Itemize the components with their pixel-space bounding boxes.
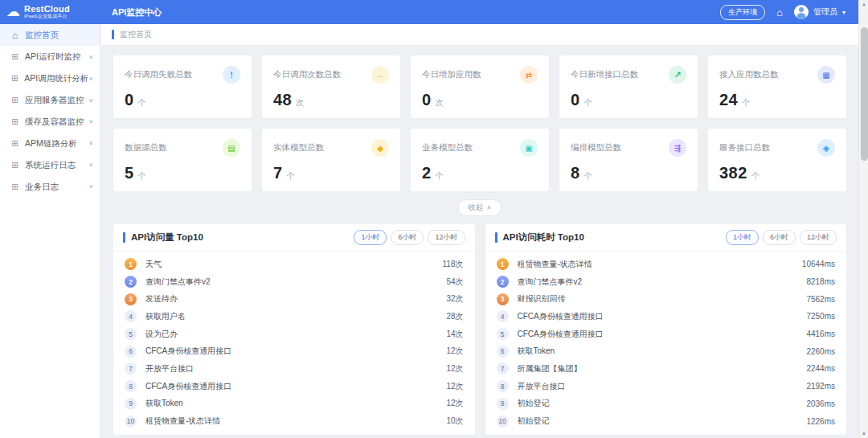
top10-row: 1 租赁物查量-状态详情 10644ms [497, 256, 836, 273]
api-name: 获取Token [145, 398, 446, 409]
time-tab[interactable]: 12小时 [800, 230, 837, 245]
breadcrumb-label: 监控首页 [120, 29, 152, 40]
scrollbar-thumb[interactable] [861, 27, 868, 161]
sidebar-item[interactable]: API调用统计分析 ∨ [0, 68, 100, 89]
top-header: ☁ RestCloud iPaaS企业集成平台 API监控中心 生产环境 ⌂ 管… [0, 0, 858, 24]
rank-badge: 8 [125, 380, 137, 392]
collapse-button[interactable]: 收起 ∧ [458, 199, 502, 216]
sidebar-item-label: 系统运行日志 [25, 160, 88, 171]
rank-badge: 6 [125, 346, 137, 358]
cloud-logo-icon: ☁ [6, 5, 20, 18]
sidebar-item[interactable]: 系统运行日志 ∨ [0, 154, 100, 176]
stat-card-unit: 个 [436, 170, 444, 182]
chevron-down-icon: ∨ [88, 141, 93, 146]
top10-row: 3 发送待办 32次 [125, 290, 464, 308]
panel-accent-bar [123, 232, 125, 243]
chevron-down-icon: ∨ [88, 54, 93, 59]
stat-card: 今日新增接口总数 0 个 [559, 55, 698, 119]
top10-row: 4 获取用户名 28次 [125, 308, 464, 325]
sidebar-item[interactable]: 监控首页 [0, 24, 100, 46]
rank-badge: 8 [497, 380, 509, 392]
rank-badge: 1 [125, 258, 137, 270]
menu-icon [10, 96, 19, 104]
stat-card-value: 0 [422, 91, 432, 109]
rank-badge: 6 [497, 346, 509, 358]
stat-card-value: 2 [422, 164, 432, 182]
user-menu[interactable]: 管理员 ▾ [794, 5, 845, 19]
rank-badge: 1 [497, 258, 509, 270]
api-name: CFCA身份核查通用接口 [518, 329, 807, 340]
rank-badge: 3 [125, 293, 137, 305]
stat-card: 今日调用次数总数 48 次 [261, 55, 401, 119]
api-latency: 2260ms [806, 347, 835, 356]
api-count: 32次 [446, 293, 463, 305]
scrollbar[interactable]: ▲ ▼ [858, 0, 868, 438]
panel-title: API访问量 Top10 [131, 231, 354, 244]
menu-icon [10, 139, 19, 148]
sidebar: 监控首页 API运行时监控 ∨ API调用统计分析 ∨ 应用服务器监控 ∨ 缓存… [0, 24, 100, 438]
sidebar-item[interactable]: 应用服务器监控 ∨ [0, 89, 100, 111]
panel-title: API访问耗时 Top10 [503, 231, 726, 244]
logo-subtitle: iPaaS企业集成平台 [24, 14, 68, 19]
menu-icon [10, 74, 18, 83]
sidebar-item-label: API运行时监控 [25, 51, 88, 63]
stat-card: 今日增加应用数 0 次 [410, 55, 550, 119]
sidebar-item[interactable]: APM链路分析 ∨ [0, 133, 100, 154]
app-title: API监控中心 [112, 6, 162, 18]
top10-list: 1 租赁物查量-状态详情 10644ms 2 查询门禁点事件v2 8218ms … [485, 252, 847, 430]
api-name: 获取用户名 [145, 311, 446, 322]
stat-card-label: 接入应用数总数 [719, 69, 779, 80]
top10-row: 3 财报识别回传 7562ms [497, 290, 836, 308]
api-count: 14次 [446, 329, 463, 340]
chevron-down-icon: ∨ [88, 97, 93, 103]
sidebar-item[interactable]: API运行时监控 ∨ [0, 46, 100, 68]
stat-card-unit: 次 [436, 97, 444, 108]
sidebar-item[interactable]: 缓存及容器监控 ∨ [0, 111, 100, 133]
scroll-down-icon[interactable]: ▼ [859, 430, 868, 438]
api-visits-panel: API访问量 Top10 1小时 6小时 12小时 1 天气 [113, 223, 476, 436]
time-tab[interactable]: 6小时 [763, 230, 796, 245]
scroll-up-icon[interactable]: ▲ [859, 0, 868, 8]
environment-button[interactable]: 生产环境 [720, 5, 765, 20]
home-icon [10, 30, 19, 41]
sidebar-item[interactable]: 业务日志 ∨ [0, 176, 100, 198]
stat-card-unit: 个 [742, 97, 750, 108]
stat-card: 实体模型总数 7 个 [261, 128, 401, 192]
top10-row: 5 设为已办 14次 [125, 325, 464, 343]
home-icon[interactable]: ⌂ [776, 6, 783, 18]
stat-card-label: 今日调用失败总数 [125, 69, 192, 80]
stat-card: 业务模型总数 2 个 [410, 128, 550, 192]
stat-card-unit: 个 [584, 170, 592, 182]
panel-accent-bar [495, 232, 497, 243]
chevron-down-icon: ∨ [88, 119, 93, 125]
time-tab[interactable]: 6小时 [391, 230, 424, 245]
main-content: 监控首页 今日调用失败总数 0 个 今日调用次数总数 [101, 24, 858, 438]
stat-card-unit: 个 [138, 170, 146, 182]
top10-row: 10 初始登记 1226ms [497, 412, 836, 430]
rank-badge: 5 [497, 328, 509, 340]
stat-card-unit: 个 [584, 97, 592, 108]
stat-card-label: 服务接口总数 [719, 142, 770, 154]
stat-card-label: 数据源总数 [125, 142, 167, 154]
api-name: 开放平台接口 [145, 363, 446, 375]
breadcrumb-accent-bar [112, 30, 114, 39]
time-tab[interactable]: 1小时 [354, 230, 387, 245]
user-name: 管理员 [813, 6, 837, 18]
top10-row: 9 获取Token 12次 [125, 395, 464, 413]
time-tab[interactable]: 1小时 [726, 230, 759, 245]
stat-cards: 今日调用失败总数 0 个 今日调用次数总数 48 次 [113, 55, 847, 192]
api-name: 获取Token [518, 346, 807, 357]
time-range-tabs: 1小时 6小时 12小时 [726, 230, 837, 245]
transfer-icon [520, 66, 538, 84]
restcloud-logo[interactable]: ☁ RestCloud iPaaS企业集成平台 [0, 5, 100, 19]
apps-grid-icon [817, 66, 835, 84]
menu-icon [10, 182, 19, 191]
cube-icon [371, 139, 389, 157]
api-count: 10次 [446, 415, 463, 427]
stat-card-value: 8 [571, 164, 580, 182]
stat-card-value: 48 [273, 91, 292, 109]
sidebar-item-label: APM链路分析 [25, 138, 88, 149]
time-tab[interactable]: 12小时 [428, 230, 465, 245]
sidebar-item-label: API调用统计分析 [24, 73, 88, 84]
top10-row: 5 CFCA身份核查通用接口 4416ms [497, 325, 836, 343]
